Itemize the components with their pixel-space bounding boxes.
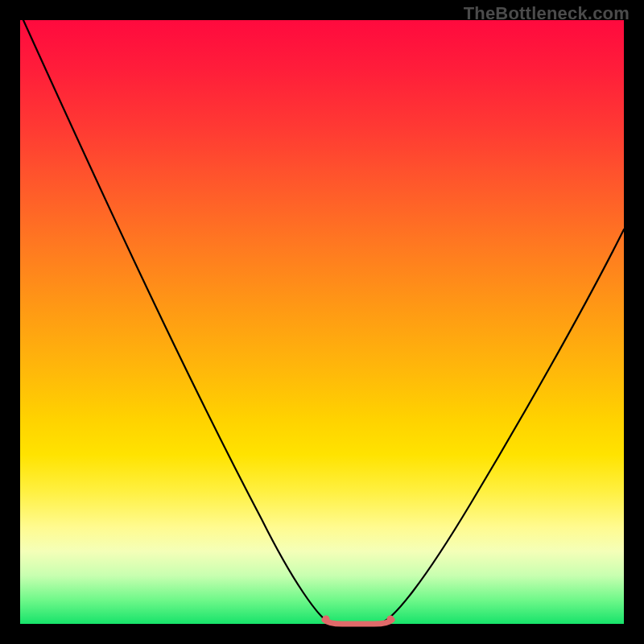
plot-area [20, 20, 624, 624]
curve-layer [20, 20, 624, 624]
marker-dot-left [323, 616, 330, 623]
watermark-text: TheBottleneck.com [464, 3, 630, 24]
flat-bottom-marker [324, 620, 392, 624]
chart-frame: TheBottleneck.com [0, 0, 644, 644]
bottleneck-curve-path [23, 20, 624, 622]
marker-dot-right [387, 616, 394, 623]
